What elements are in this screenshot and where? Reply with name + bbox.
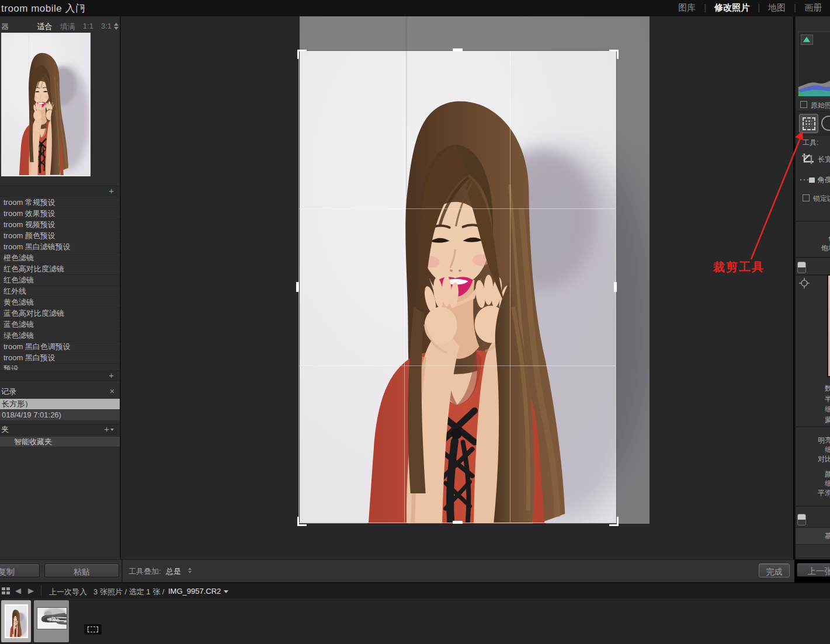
previous-photo-button[interactable]: 上一张 [797, 563, 830, 577]
crop-handle-bottom-left[interactable] [297, 517, 307, 526]
panel-toggle-switch-2[interactable] [797, 514, 806, 525]
crop-handle-top[interactable] [453, 48, 463, 51]
preset-item[interactable]: troom 黑白色调预设 [0, 342, 120, 353]
add-preset-button[interactable]: + [109, 186, 114, 196]
tool-overlay-label: 工具叠加: [129, 566, 161, 577]
lightroom-develop-window: { "colors": { "annotation_red": "#e32420… [0, 0, 830, 644]
preset-item[interactable]: troom 颜色预设 [0, 231, 120, 242]
tool-overlay-stepper-icon[interactable] [188, 568, 192, 573]
module-separator: | [758, 2, 760, 13]
crop-handle-top-right[interactable] [609, 50, 619, 59]
histogram-graph [798, 32, 830, 96]
collections-list: 智能收藏夹 [0, 436, 120, 447]
filmstrip [0, 598, 830, 644]
filmstrip-thumbnail-2[interactable] [34, 600, 69, 642]
navigator-zoom-option[interactable]: 1:1 [83, 22, 93, 32]
snapshots-panel-header[interactable]: + [0, 370, 120, 381]
slider-label: 细节 [796, 445, 830, 454]
preset-item[interactable]: 黄色滤镜 [0, 297, 120, 308]
add-collection-caret-icon [110, 429, 114, 431]
tool-overlay-value[interactable]: 总是 [166, 566, 181, 577]
navigator-zoom-option[interactable]: 填满 [60, 22, 75, 32]
crop-handle-bottom[interactable] [453, 521, 463, 524]
module-picker-item[interactable]: 地图 [768, 2, 786, 13]
slider-label: 颜色 [796, 469, 830, 479]
hue-label: 色相 [799, 234, 830, 243]
next-photo-arrow-icon[interactable]: ▶ [28, 586, 34, 595]
done-button[interactable]: 完成 [759, 563, 790, 577]
navigator-zoom-option[interactable]: 3:1 [101, 22, 112, 32]
spot-removal-tool-icon[interactable] [821, 116, 830, 131]
detail-preview-thumbnail[interactable] [827, 274, 830, 377]
left-panel: 器 适合填满1:13:1 + troom 常规预设 troom 效果预设 tro… [0, 16, 121, 559]
previous-photo-arrow-icon[interactable]: ◀ [15, 586, 21, 595]
histogram[interactable] [798, 32, 830, 98]
crop-badge-icon[interactable] [84, 624, 102, 635]
slider-label: 蒙版 [796, 415, 830, 425]
preset-item[interactable]: 红外线 [0, 286, 120, 297]
basic-panel-header[interactable]: 基本 [796, 527, 830, 545]
crop-handle-bottom-right[interactable] [609, 517, 619, 526]
panel-toggle-switch[interactable] [797, 262, 806, 273]
crop-tool-button[interactable] [799, 114, 818, 133]
preset-item[interactable]: 蓝色高对比度滤镜 [0, 308, 120, 319]
photo-image-cropped [300, 51, 616, 523]
preset-item[interactable]: troom 黑白预设 [0, 353, 120, 364]
preset-item[interactable]: troom 常规预设 [0, 197, 120, 208]
lock-aspect-row[interactable]: 锁定以 [803, 194, 830, 204]
history-item[interactable]: 长方形） [0, 399, 120, 410]
paste-button[interactable]: 粘贴 [44, 563, 119, 577]
collections-title: 夹 [0, 425, 9, 434]
preset-item[interactable]: troom 黑白滤镜预设 [0, 242, 120, 253]
crop-handle-top-left[interactable] [297, 50, 307, 59]
module-separator: | [794, 2, 796, 13]
zoom-ratio-stepper-icon[interactable] [114, 23, 119, 30]
preset-item[interactable]: troom 视频预设 [0, 220, 120, 231]
history-item[interactable]: 018/4/19 7:01:26) [0, 410, 120, 421]
filmstrip-thumbnail-selected[interactable] [1, 600, 31, 642]
history-panel-header[interactable]: 记录 × [0, 387, 120, 397]
tools-label: 工具: [803, 138, 818, 148]
preset-item[interactable]: 橙色滤镜 [0, 253, 120, 264]
panel-spacer [796, 545, 830, 558]
module-picker-item[interactable]: 画册 [804, 2, 822, 13]
crop-handle-left[interactable] [296, 282, 299, 292]
current-filename[interactable]: IMG_9957.CR2 [168, 587, 228, 596]
preset-item[interactable]: 红色高对比度滤镜 [0, 264, 120, 275]
crop-handle-right[interactable] [614, 282, 617, 292]
previous-import-label[interactable]: 上一次导入 [49, 587, 87, 597]
thumbnail-image-2 [37, 608, 67, 629]
navigator-preview[interactable] [1, 33, 91, 176]
slider-label: 对比度 [796, 454, 830, 464]
original-photo-checkbox[interactable] [800, 101, 807, 108]
preset-item[interactable]: 蓝色滤镜 [0, 319, 120, 330]
navigator-zoom-option[interactable]: 适合 [37, 22, 53, 32]
filename-caret-icon [224, 590, 228, 593]
module-picker-item[interactable]: 修改照片 [714, 2, 749, 13]
presets-panel-header[interactable]: + [0, 186, 120, 197]
slider-label: 细节 [796, 404, 830, 415]
module-picker-item[interactable]: 图库 [678, 2, 696, 13]
targeted-adjustment-icon[interactable] [799, 278, 810, 288]
collection-item[interactable]: 智能收藏夹 [0, 436, 120, 447]
crop-window[interactable] [299, 51, 616, 523]
preset-item[interactable]: 绿色滤镜 [0, 330, 120, 342]
grid-view-icon[interactable] [2, 587, 11, 595]
collections-panel-header[interactable]: 夹 + [0, 424, 120, 435]
slider-label: 平滑度 [796, 488, 830, 497]
identity-plate: troom mobile 入门 [1, 2, 85, 15]
preset-item[interactable]: troom 效果预设 [0, 208, 120, 220]
angle-slider-handle[interactable] [808, 177, 815, 183]
lock-aspect-checkbox[interactable] [803, 194, 810, 201]
copy-button[interactable]: 复制 [0, 563, 40, 577]
clear-history-icon[interactable]: × [110, 387, 114, 396]
original-photo-row[interactable]: 原始照片 [800, 100, 830, 110]
aspect-crop-icon[interactable] [801, 153, 814, 165]
add-collection-button[interactable]: + [104, 424, 114, 434]
crop-grid-hline-2 [299, 365, 616, 366]
module-picker: 图库| 修改照片| 地图| 画册 [678, 2, 822, 13]
preset-item[interactable]: 红色滤镜 [0, 275, 120, 286]
aspect-row: 长宽 [801, 153, 830, 165]
add-snapshot-button[interactable]: + [109, 371, 114, 380]
slider-label: 细节 [796, 479, 830, 488]
